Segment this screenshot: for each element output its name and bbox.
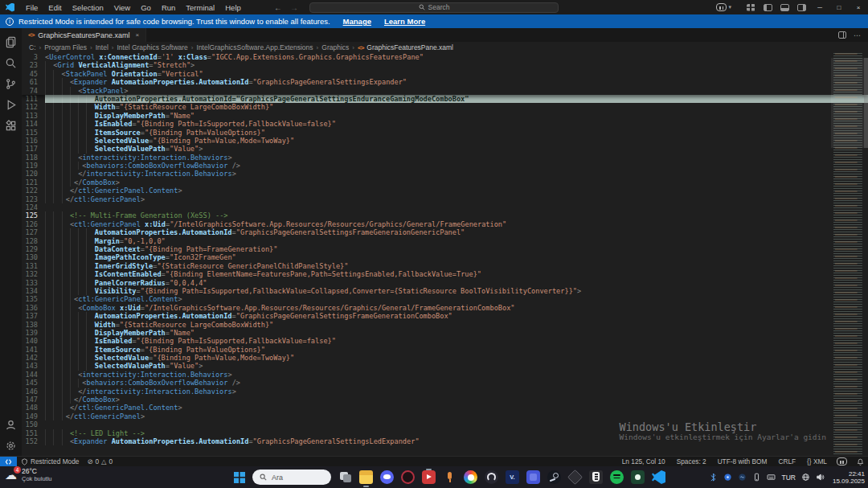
code-line[interactable]: 128Margin="0,-1,0,0" [22,237,868,245]
vscode-icon[interactable] [652,470,665,484]
toggle-sidebar-icon[interactable] [764,4,772,11]
menu-item[interactable]: Run [157,2,180,14]
code-line[interactable]: 23<Grid VerticalAlignment="Stretch"> [22,61,868,69]
bluetooth-icon[interactable] [709,473,718,482]
ring-app-icon[interactable] [401,470,415,484]
restricted-mode-status[interactable]: Restricted Mode [17,457,83,467]
line-number[interactable]: 129 [22,245,45,253]
code-line[interactable]: 120</interactivity:Interaction.Behaviors… [22,170,868,178]
line-number[interactable]: 130 [22,253,45,261]
network-globe-icon[interactable] [801,473,810,482]
line-number[interactable]: 23 [22,61,45,69]
touch-keyboard-icon[interactable] [767,473,776,482]
code-line[interactable]: 151<!-- LED Light --> [22,429,868,437]
toggle-panel-icon[interactable] [780,4,789,11]
line-number[interactable]: 117 [22,145,45,153]
line-number[interactable]: 124 [22,203,45,211]
code-line[interactable]: 122</ctl:GenericPanel.Content> [22,187,868,195]
status-item[interactable]: Ln 125, Col 10 [616,457,671,467]
code-line[interactable]: 124 [22,203,868,211]
code-line[interactable]: 148</ctl:GenericPanel.Content> [22,404,868,412]
code-body[interactable]: 111AutomationProperties.AutomationId="Gr… [22,95,868,445]
line-number[interactable]: 142 [22,354,45,362]
line-number[interactable]: 115 [22,129,45,137]
line-number[interactable]: 121 [22,178,45,187]
phone-link-icon[interactable] [752,473,761,482]
line-number[interactable]: 150 [22,420,45,429]
explorer-icon[interactable] [2,31,21,52]
discord-icon[interactable] [380,470,394,484]
line-number[interactable]: 3 [22,53,45,61]
line-number[interactable]: 138 [22,321,45,329]
breadcrumb-item[interactable]: Intel [96,43,108,51]
code-line[interactable]: 144<interactivity:Interaction.Behaviors> [22,371,868,379]
steam-icon[interactable] [547,470,561,484]
forward-icon[interactable]: → [290,3,298,12]
code-line[interactable]: 149</ctl:GenericPanel> [22,412,868,420]
line-number[interactable]: 134 [22,287,45,295]
line-number[interactable]: 128 [22,237,45,245]
line-number[interactable]: 136 [22,304,45,312]
status-item[interactable]: Spaces: 2 [671,457,712,467]
line-number[interactable]: 123 [22,195,45,203]
line-number[interactable]: 112 [22,103,45,111]
more-actions-icon[interactable]: ⋯ [854,31,862,39]
tray-app-blue-icon[interactable] [723,473,732,482]
code-line[interactable]: 118<interactivity:Interaction.Behaviors> [22,154,868,162]
line-number[interactable]: 145 [22,379,45,387]
copilot-icon[interactable] [716,3,727,11]
language-indicator[interactable]: TUR [781,474,795,482]
code-line[interactable]: 145<behaviors:ComboBoxOverflowBehavior /… [22,379,868,387]
line-number[interactable]: 113 [22,112,45,120]
code-line[interactable]: 133PanelCornerRadius="0,0,4,4" [22,279,868,287]
line-number[interactable]: 119 [22,162,45,170]
obs-icon[interactable] [485,470,498,484]
manage-link[interactable]: Manage [343,17,371,26]
start-button[interactable] [234,472,245,483]
menu-item[interactable]: Edit [43,2,66,14]
tab-close-icon[interactable]: × [135,31,139,39]
line-number[interactable]: 135 [22,295,45,303]
maximize-button[interactable]: □ [829,0,849,14]
search-icon[interactable] [2,52,21,73]
back-icon[interactable]: ← [274,3,282,12]
chevron-down-icon[interactable]: ▾ [728,4,731,10]
file-explorer-icon[interactable] [359,470,373,484]
learn-more-link[interactable]: Learn More [384,17,425,26]
line-number[interactable]: 137 [22,312,45,320]
taskbar-search[interactable]: Ara [252,470,331,485]
breadcrumb-item[interactable]: Intel Graphics Software [117,43,188,51]
code-line[interactable]: 121</ComboBox> [22,178,868,187]
code-line[interactable]: 114IsEnabled="{Binding Path=IsSupported,… [22,120,868,128]
line-number[interactable]: 118 [22,154,45,162]
code-line[interactable]: 129DataContext="{Binding Path=FrameGener… [22,245,868,253]
line-number[interactable]: 132 [22,270,45,278]
v-app-icon[interactable]: V. [506,470,519,484]
microphone-app-icon[interactable] [443,470,457,484]
customize-layout-icon[interactable] [747,4,755,11]
code-line[interactable]: 142SelectedValue="{Binding Path=Value,Mo… [22,354,868,362]
code-line[interactable]: 119<behaviors:ComboBoxOverflowBehavior /… [22,162,868,170]
line-number[interactable]: 147 [22,396,45,404]
code-line[interactable]: 137AutomationProperties.AutomationId="Gr… [22,312,868,320]
code-line[interactable]: 113DisplayMemberPath="Name" [22,112,868,120]
minimize-button[interactable]: ─ [810,0,829,14]
close-button[interactable]: × [849,0,868,14]
line-number[interactable]: 131 [22,262,45,270]
line-number[interactable]: 149 [22,412,45,420]
code-line[interactable]: 112Width="{StaticResource LargeComboBoxW… [22,103,868,111]
code-line[interactable]: 111AutomationProperties.AutomationId="Gr… [22,95,868,103]
problems-status[interactable]: ⊘ 0 △ 0 [83,457,117,467]
volume-icon[interactable] [816,473,825,482]
code-line[interactable]: 116SelectedValue="{Binding Path=Value,Mo… [22,137,868,145]
task-view-icon[interactable] [338,470,352,484]
code-line[interactable]: 147</ComboBox> [22,396,868,404]
run-and-debug-icon[interactable] [2,94,21,115]
search-box[interactable]: Search [309,2,559,13]
line-number[interactable]: 111 [22,95,45,103]
breadcrumb-item[interactable]: Graphics [321,43,349,51]
code-line[interactable]: 143SelectedValuePath="Value"> [22,362,868,370]
split-editor-icon[interactable] [838,31,846,39]
code-line[interactable]: 138Width="{StaticResource LargeComboBoxW… [22,321,868,329]
status-item[interactable]: CRLF [772,457,801,467]
